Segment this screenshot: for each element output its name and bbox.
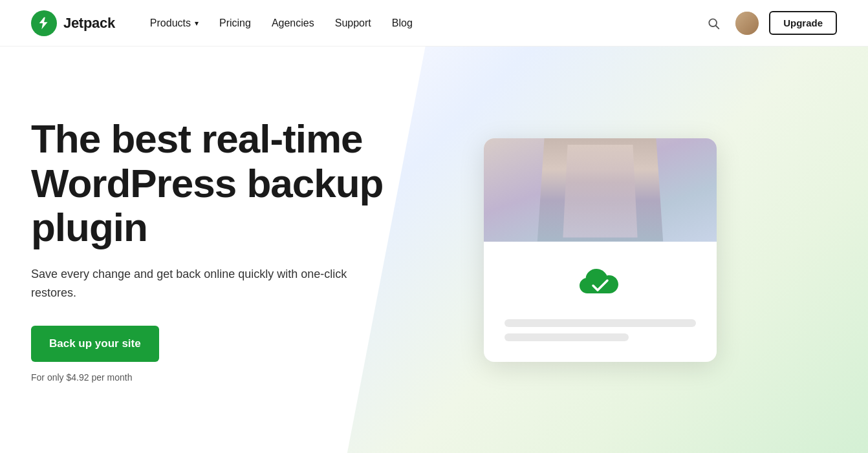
cloud-check-icon	[577, 260, 624, 306]
main-nav: Products ▾ Pricing Agencies Support Blog	[141, 12, 422, 34]
hero-section: The best real-time WordPress backup plug…	[0, 47, 868, 453]
nav-products[interactable]: Products ▾	[141, 12, 208, 34]
hero-visual	[484, 138, 717, 362]
hero-title: The best real-time WordPress backup plug…	[31, 117, 484, 249]
svg-line-1	[716, 25, 719, 28]
card-body	[484, 242, 717, 362]
card-line-full	[505, 319, 696, 327]
card-line-short	[505, 333, 629, 341]
pricing-note: For only $4.92 per month	[31, 372, 484, 383]
hero-subtitle: Save every change and get back online qu…	[31, 265, 393, 302]
user-avatar[interactable]	[735, 12, 759, 35]
avatar-image	[735, 12, 759, 35]
nav-pricing[interactable]: Pricing	[210, 12, 260, 34]
nav-blog[interactable]: Blog	[383, 12, 422, 34]
card-lines	[505, 319, 696, 341]
cta-button[interactable]: Back up your site	[31, 326, 159, 362]
brand-name: Jetpack	[63, 15, 115, 32]
nav-support[interactable]: Support	[326, 12, 380, 34]
navbar-right: Upgrade	[702, 11, 837, 35]
card-image	[484, 138, 717, 242]
navbar-left: Jetpack Products ▾ Pricing Agencies Supp…	[31, 10, 422, 36]
nav-agencies[interactable]: Agencies	[263, 12, 323, 34]
search-button[interactable]	[702, 12, 725, 35]
logo-link[interactable]: Jetpack	[31, 10, 115, 36]
products-chevron-icon: ▾	[195, 19, 199, 28]
navbar: Jetpack Products ▾ Pricing Agencies Supp…	[0, 0, 868, 47]
search-icon	[707, 17, 720, 30]
upgrade-button[interactable]: Upgrade	[769, 11, 837, 35]
backup-card	[484, 138, 717, 362]
jetpack-logo-icon	[31, 10, 57, 36]
hero-content: The best real-time WordPress backup plug…	[31, 117, 484, 382]
